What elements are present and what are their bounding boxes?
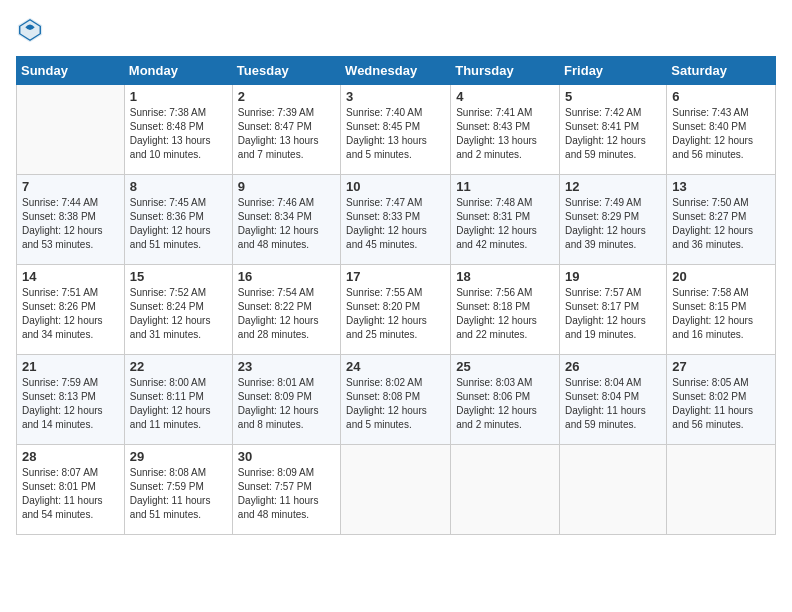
weekday-header: Thursday [451,57,560,85]
calendar-cell: 6Sunrise: 7:43 AM Sunset: 8:40 PM Daylig… [667,85,776,175]
calendar-cell: 1Sunrise: 7:38 AM Sunset: 8:48 PM Daylig… [124,85,232,175]
day-info: Sunrise: 7:50 AM Sunset: 8:27 PM Dayligh… [672,196,770,252]
day-number: 14 [22,269,119,284]
day-info: Sunrise: 8:03 AM Sunset: 8:06 PM Dayligh… [456,376,554,432]
day-info: Sunrise: 7:40 AM Sunset: 8:45 PM Dayligh… [346,106,445,162]
day-info: Sunrise: 8:02 AM Sunset: 8:08 PM Dayligh… [346,376,445,432]
day-number: 8 [130,179,227,194]
day-number: 5 [565,89,661,104]
calendar-cell: 16Sunrise: 7:54 AM Sunset: 8:22 PM Dayli… [232,265,340,355]
calendar-cell: 2Sunrise: 7:39 AM Sunset: 8:47 PM Daylig… [232,85,340,175]
calendar-cell: 29Sunrise: 8:08 AM Sunset: 7:59 PM Dayli… [124,445,232,535]
day-number: 23 [238,359,335,374]
calendar-cell: 24Sunrise: 8:02 AM Sunset: 8:08 PM Dayli… [341,355,451,445]
day-info: Sunrise: 7:41 AM Sunset: 8:43 PM Dayligh… [456,106,554,162]
calendar-cell [451,445,560,535]
day-info: Sunrise: 7:45 AM Sunset: 8:36 PM Dayligh… [130,196,227,252]
day-number: 27 [672,359,770,374]
calendar-cell: 5Sunrise: 7:42 AM Sunset: 8:41 PM Daylig… [560,85,667,175]
calendar-week-row: 21Sunrise: 7:59 AM Sunset: 8:13 PM Dayli… [17,355,776,445]
weekday-header: Monday [124,57,232,85]
calendar-cell: 21Sunrise: 7:59 AM Sunset: 8:13 PM Dayli… [17,355,125,445]
calendar-cell: 26Sunrise: 8:04 AM Sunset: 8:04 PM Dayli… [560,355,667,445]
calendar-cell [341,445,451,535]
calendar-cell: 9Sunrise: 7:46 AM Sunset: 8:34 PM Daylig… [232,175,340,265]
calendar-cell: 19Sunrise: 7:57 AM Sunset: 8:17 PM Dayli… [560,265,667,355]
day-info: Sunrise: 7:49 AM Sunset: 8:29 PM Dayligh… [565,196,661,252]
calendar-cell: 11Sunrise: 7:48 AM Sunset: 8:31 PM Dayli… [451,175,560,265]
day-number: 12 [565,179,661,194]
day-info: Sunrise: 7:47 AM Sunset: 8:33 PM Dayligh… [346,196,445,252]
day-info: Sunrise: 7:43 AM Sunset: 8:40 PM Dayligh… [672,106,770,162]
day-info: Sunrise: 7:42 AM Sunset: 8:41 PM Dayligh… [565,106,661,162]
day-number: 18 [456,269,554,284]
day-number: 24 [346,359,445,374]
day-number: 9 [238,179,335,194]
day-number: 20 [672,269,770,284]
day-info: Sunrise: 7:52 AM Sunset: 8:24 PM Dayligh… [130,286,227,342]
calendar-cell: 23Sunrise: 8:01 AM Sunset: 8:09 PM Dayli… [232,355,340,445]
day-info: Sunrise: 8:01 AM Sunset: 8:09 PM Dayligh… [238,376,335,432]
day-number: 28 [22,449,119,464]
weekday-header: Sunday [17,57,125,85]
day-number: 19 [565,269,661,284]
day-number: 4 [456,89,554,104]
calendar-cell: 27Sunrise: 8:05 AM Sunset: 8:02 PM Dayli… [667,355,776,445]
calendar-week-row: 7Sunrise: 7:44 AM Sunset: 8:38 PM Daylig… [17,175,776,265]
calendar-cell: 13Sunrise: 7:50 AM Sunset: 8:27 PM Dayli… [667,175,776,265]
calendar-cell: 30Sunrise: 8:09 AM Sunset: 7:57 PM Dayli… [232,445,340,535]
calendar-week-row: 14Sunrise: 7:51 AM Sunset: 8:26 PM Dayli… [17,265,776,355]
calendar-cell [17,85,125,175]
calendar-cell: 15Sunrise: 7:52 AM Sunset: 8:24 PM Dayli… [124,265,232,355]
day-number: 2 [238,89,335,104]
calendar-cell: 17Sunrise: 7:55 AM Sunset: 8:20 PM Dayli… [341,265,451,355]
day-number: 16 [238,269,335,284]
day-number: 26 [565,359,661,374]
day-info: Sunrise: 7:55 AM Sunset: 8:20 PM Dayligh… [346,286,445,342]
logo-icon [16,16,44,44]
calendar-cell: 4Sunrise: 7:41 AM Sunset: 8:43 PM Daylig… [451,85,560,175]
day-info: Sunrise: 7:46 AM Sunset: 8:34 PM Dayligh… [238,196,335,252]
day-number: 30 [238,449,335,464]
calendar-cell: 3Sunrise: 7:40 AM Sunset: 8:45 PM Daylig… [341,85,451,175]
day-info: Sunrise: 7:56 AM Sunset: 8:18 PM Dayligh… [456,286,554,342]
day-info: Sunrise: 7:38 AM Sunset: 8:48 PM Dayligh… [130,106,227,162]
day-info: Sunrise: 7:48 AM Sunset: 8:31 PM Dayligh… [456,196,554,252]
weekday-header-row: SundayMondayTuesdayWednesdayThursdayFrid… [17,57,776,85]
weekday-header: Wednesday [341,57,451,85]
day-info: Sunrise: 8:07 AM Sunset: 8:01 PM Dayligh… [22,466,119,522]
day-info: Sunrise: 7:54 AM Sunset: 8:22 PM Dayligh… [238,286,335,342]
day-info: Sunrise: 8:04 AM Sunset: 8:04 PM Dayligh… [565,376,661,432]
day-number: 17 [346,269,445,284]
weekday-header: Friday [560,57,667,85]
calendar-cell: 25Sunrise: 8:03 AM Sunset: 8:06 PM Dayli… [451,355,560,445]
day-number: 3 [346,89,445,104]
day-number: 21 [22,359,119,374]
day-info: Sunrise: 7:58 AM Sunset: 8:15 PM Dayligh… [672,286,770,342]
day-number: 1 [130,89,227,104]
day-number: 22 [130,359,227,374]
calendar-cell: 7Sunrise: 7:44 AM Sunset: 8:38 PM Daylig… [17,175,125,265]
weekday-header: Tuesday [232,57,340,85]
calendar-cell: 10Sunrise: 7:47 AM Sunset: 8:33 PM Dayli… [341,175,451,265]
calendar-week-row: 1Sunrise: 7:38 AM Sunset: 8:48 PM Daylig… [17,85,776,175]
day-number: 13 [672,179,770,194]
day-info: Sunrise: 8:09 AM Sunset: 7:57 PM Dayligh… [238,466,335,522]
logo [16,16,48,44]
day-info: Sunrise: 7:44 AM Sunset: 8:38 PM Dayligh… [22,196,119,252]
calendar-cell: 12Sunrise: 7:49 AM Sunset: 8:29 PM Dayli… [560,175,667,265]
day-number: 11 [456,179,554,194]
page-header [16,16,776,44]
day-info: Sunrise: 8:05 AM Sunset: 8:02 PM Dayligh… [672,376,770,432]
calendar-cell: 14Sunrise: 7:51 AM Sunset: 8:26 PM Dayli… [17,265,125,355]
calendar-week-row: 28Sunrise: 8:07 AM Sunset: 8:01 PM Dayli… [17,445,776,535]
day-info: Sunrise: 8:00 AM Sunset: 8:11 PM Dayligh… [130,376,227,432]
calendar-cell [560,445,667,535]
day-number: 25 [456,359,554,374]
calendar-cell: 18Sunrise: 7:56 AM Sunset: 8:18 PM Dayli… [451,265,560,355]
calendar-cell: 20Sunrise: 7:58 AM Sunset: 8:15 PM Dayli… [667,265,776,355]
day-info: Sunrise: 8:08 AM Sunset: 7:59 PM Dayligh… [130,466,227,522]
day-number: 10 [346,179,445,194]
calendar-table: SundayMondayTuesdayWednesdayThursdayFrid… [16,56,776,535]
calendar-cell: 8Sunrise: 7:45 AM Sunset: 8:36 PM Daylig… [124,175,232,265]
